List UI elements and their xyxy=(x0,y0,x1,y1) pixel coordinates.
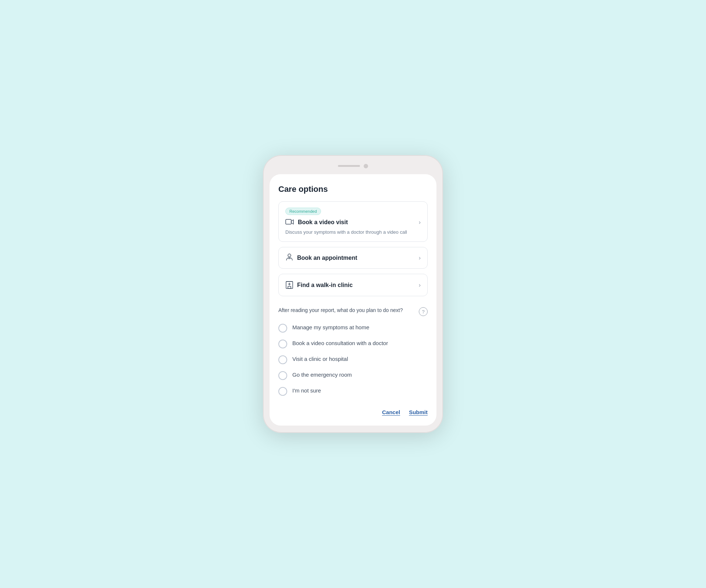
svg-rect-2 xyxy=(288,258,290,259)
help-icon[interactable]: ? xyxy=(419,307,428,316)
radio-option-video-consult[interactable]: Book a video consultation with a doctor xyxy=(278,339,428,348)
radio-label-manage-home: Manage my symptoms at home xyxy=(292,323,369,332)
radio-option-emergency[interactable]: Go the emergency room xyxy=(278,371,428,380)
radio-circle-emergency xyxy=(278,371,287,380)
care-card-video-desc: Discuss your symptoms with a doctor thro… xyxy=(285,229,421,236)
phone-notch xyxy=(270,162,436,168)
page-title: Care options xyxy=(278,184,428,194)
care-card-walkin-title: Find a walk-in clinic xyxy=(297,282,353,288)
radio-circle-not-sure xyxy=(278,387,287,396)
recommended-badge: Recommended xyxy=(285,208,321,215)
care-card-appointment-title: Book an appointment xyxy=(297,255,357,261)
care-card-appointment[interactable]: Book an appointment › xyxy=(278,247,428,269)
radio-label-emergency: Go the emergency room xyxy=(292,371,352,379)
chevron-right-icon-2: › xyxy=(419,255,421,261)
hospital-icon xyxy=(285,280,293,290)
survey-section: After reading your report, what do you p… xyxy=(278,306,428,415)
submit-button[interactable]: Submit xyxy=(409,409,428,415)
care-card-walk-in[interactable]: Find a walk-in clinic › xyxy=(278,274,428,296)
radio-option-manage-home[interactable]: Manage my symptoms at home xyxy=(278,323,428,333)
action-buttons: Cancel Submit xyxy=(278,405,428,415)
radio-option-visit-clinic[interactable]: Visit a clinic or hospital xyxy=(278,355,428,364)
svg-rect-6 xyxy=(288,286,291,288)
chevron-right-icon: › xyxy=(419,219,421,226)
person-icon xyxy=(285,253,293,262)
radio-label-not-sure: I'm not sure xyxy=(292,387,321,395)
video-icon xyxy=(285,219,294,226)
notch-line xyxy=(338,165,360,167)
notch-circle xyxy=(364,164,368,168)
radio-circle-manage-home xyxy=(278,324,287,333)
care-card-video-visit[interactable]: Recommended Book a video visit › Discuss… xyxy=(278,201,428,242)
care-card-video-title: Book a video visit xyxy=(298,219,348,226)
svg-point-1 xyxy=(288,254,291,257)
cancel-button[interactable]: Cancel xyxy=(382,409,400,415)
radio-label-visit-clinic: Visit a clinic or hospital xyxy=(292,355,348,363)
radio-option-not-sure[interactable]: I'm not sure xyxy=(278,387,428,396)
radio-label-video-consult: Book a video consultation with a doctor xyxy=(292,339,388,348)
chevron-right-icon-3: › xyxy=(419,282,421,288)
survey-question: After reading your report, what do you p… xyxy=(278,306,415,314)
phone-device: Care options Recommended Book a video vi… xyxy=(263,155,443,433)
phone-screen: Care options Recommended Book a video vi… xyxy=(270,174,436,426)
radio-circle-video-consult xyxy=(278,340,287,348)
radio-circle-visit-clinic xyxy=(278,355,287,364)
svg-rect-0 xyxy=(286,219,291,224)
